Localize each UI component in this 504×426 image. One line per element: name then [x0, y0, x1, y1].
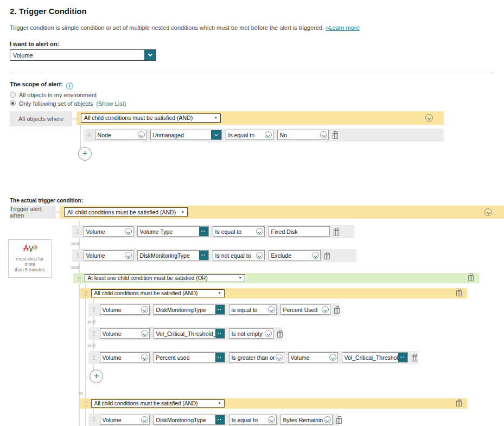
field-picker[interactable]: Vol_Critical_Threshold_Trigger··	[154, 328, 225, 339]
section-description: Trigger condition is simple condition or…	[10, 24, 504, 31]
operator-select[interactable]: Is greater than or equal to	[229, 352, 284, 363]
operator-select[interactable]: Is equal to	[226, 130, 273, 140]
alert-on-select[interactable]: Volume	[10, 49, 156, 61]
trigger-builder-header: Trigger alert when All child conditions …	[10, 206, 504, 219]
scope-group-label: All objects where	[10, 111, 72, 126]
field-picker[interactable]: Volume Type··	[137, 226, 209, 237]
chevron-down-icon	[268, 416, 275, 423]
radio-selected-icon[interactable]	[10, 100, 16, 106]
select-caret-icon: ▼	[218, 402, 221, 405]
section-divider	[10, 73, 494, 73]
collapse-group-icon[interactable]	[484, 208, 492, 216]
radio-only-set[interactable]: Only following set of objects (Show List…	[10, 100, 504, 107]
drag-handle-icon[interactable]: ⣿	[92, 331, 96, 336]
and-connector-label: and	[87, 319, 504, 325]
condition-row: ⣿ Volume DiskMonitoringType·· Is not equ…	[72, 249, 356, 262]
and-connector-label: and	[71, 241, 504, 246]
show-list-link[interactable]: (Show List)	[96, 100, 126, 107]
value-select[interactable]: Percent Used	[280, 304, 330, 315]
sustain-condition-box[interactable]: must exist for morethan 5 minutes	[8, 239, 52, 278]
chevron-down-icon	[276, 354, 283, 361]
and-group-bar: ⣿ All child conditions must be satisfied…	[80, 398, 467, 409]
delete-condition-icon[interactable]	[333, 133, 338, 139]
alert-on-label: I want to alert on:	[10, 41, 504, 47]
select-caret-icon: ▼	[181, 211, 184, 214]
drag-handle-icon[interactable]: ⣿	[84, 291, 88, 296]
object-select[interactable]: Volume	[84, 226, 133, 237]
drag-handle-icon[interactable]: ⣿	[76, 229, 80, 234]
and-group-bar: ⣿ All child conditions must be satisfied…	[80, 288, 467, 298]
page-title: 2. Trigger Condition	[10, 7, 504, 16]
chevron-down-icon	[256, 228, 263, 235]
radio-all-objects[interactable]: All objects in my environment	[10, 92, 504, 98]
chevron-down-icon	[265, 131, 272, 138]
operator-select[interactable]: Is equal to	[229, 415, 277, 425]
drag-handle-icon[interactable]: ⣿	[87, 132, 91, 137]
chevron-down-icon	[141, 306, 148, 313]
browse-field-icon[interactable]: ··	[215, 329, 225, 338]
trigger-operator-select[interactable]: All child conditions must be satisfied (…	[64, 207, 188, 217]
field-picker[interactable]: DiskMonitoringType··	[137, 250, 209, 260]
connector	[56, 212, 60, 219]
info-icon[interactable]: i	[66, 82, 73, 90]
radio-icon[interactable]	[10, 92, 16, 98]
learn-more-link[interactable]: »Learn more	[326, 24, 359, 31]
radio-only-set-label: Only following set of objects	[19, 100, 93, 107]
select-caret-icon: ▼	[214, 116, 218, 119]
chevron-down-icon[interactable]	[144, 50, 156, 60]
operator-select[interactable]: Is not equal to	[213, 250, 265, 260]
chevron-down-icon	[125, 252, 132, 259]
object-select[interactable]: Volume	[100, 352, 150, 363]
drag-handle-icon[interactable]: ⣿	[84, 401, 88, 406]
collapse-group-icon[interactable]	[425, 114, 433, 122]
delete-condition-icon[interactable]	[412, 355, 417, 361]
delete-condition-icon[interactable]	[277, 332, 283, 338]
operator-select[interactable]: Is not empty	[229, 328, 273, 339]
browse-field-icon[interactable]: ··	[215, 353, 225, 362]
delete-group-icon[interactable]	[468, 275, 474, 281]
drag-handle-icon[interactable]: ⣿	[78, 276, 81, 281]
object-select[interactable]: Volume	[100, 328, 150, 339]
value-select[interactable]: Bytes Remaining	[280, 415, 333, 425]
delete-group-icon[interactable]	[456, 400, 462, 406]
compare-field-picker[interactable]: Vol_Critical_Threshold_Trigger (1··	[342, 352, 408, 363]
delete-group-icon[interactable]	[456, 290, 462, 296]
drag-handle-icon[interactable]: ⣿	[92, 307, 96, 312]
field-picker[interactable]: Percent used··	[154, 352, 225, 363]
object-select[interactable]: Volume	[100, 304, 150, 315]
browse-field-icon[interactable]: ··	[199, 251, 208, 260]
field-select[interactable]: Unmanaged	[150, 130, 222, 140]
chevron-down-icon	[141, 330, 148, 337]
field-select[interactable]: Node	[95, 130, 146, 140]
drag-handle-icon[interactable]: ⣿	[92, 355, 96, 360]
add-condition-button[interactable]: +	[90, 370, 103, 383]
delete-condition-icon[interactable]	[334, 308, 340, 314]
compare-object-select[interactable]: Volume	[288, 352, 338, 363]
browse-field-icon[interactable]: ··	[398, 353, 407, 362]
value-select[interactable]: Exclude	[269, 250, 321, 260]
operator-select[interactable]: is equal to	[229, 304, 277, 315]
or-operator-select[interactable]: At least one child condition must be sat…	[85, 274, 245, 282]
radio-all-objects-label: All objects in my environment	[19, 92, 97, 98]
or-connector-label: or	[79, 390, 504, 396]
browse-field-icon[interactable]: ··	[215, 415, 225, 424]
browse-field-icon[interactable]: ··	[199, 227, 208, 236]
delete-condition-icon[interactable]	[336, 418, 342, 424]
delete-condition-icon[interactable]	[334, 230, 339, 236]
field-picker[interactable]: DiskMonitoringType··	[154, 415, 225, 425]
add-condition-button[interactable]: +	[78, 147, 92, 161]
drag-handle-icon[interactable]: ⣿	[76, 253, 80, 258]
delete-condition-icon[interactable]	[324, 253, 330, 259]
browse-field-icon[interactable]: ··	[215, 305, 225, 314]
operator-select[interactable]: Is equal to	[213, 226, 265, 237]
and-operator-select[interactable]: All child conditions must be satisfied (…	[91, 399, 225, 408]
field-picker[interactable]: DiskMonitoringType··	[154, 304, 225, 315]
and-operator-select[interactable]: All child conditions must be satisfied (…	[91, 289, 225, 297]
value-select[interactable]: No	[277, 130, 329, 140]
value-input[interactable]: Fixed Disk	[269, 226, 330, 237]
chevron-down-icon	[138, 131, 145, 138]
drag-handle-icon[interactable]: ⣿	[92, 417, 96, 422]
object-select[interactable]: Volume	[84, 250, 133, 260]
object-select[interactable]: Volume	[100, 415, 150, 425]
scope-operator-select[interactable]: All child conditions must be satisfied (…	[81, 113, 221, 123]
